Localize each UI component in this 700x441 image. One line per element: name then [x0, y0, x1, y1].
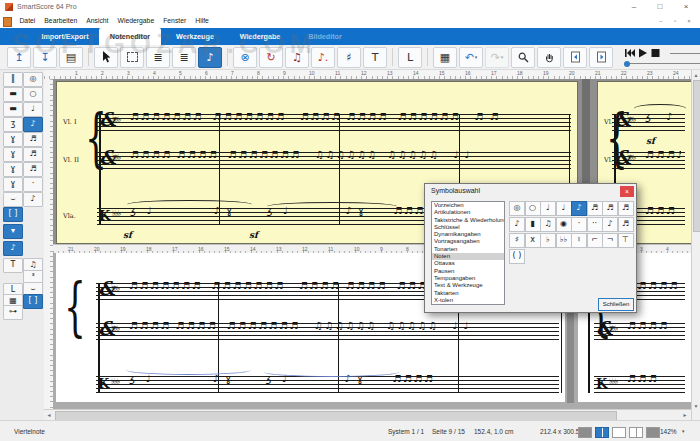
thirtysecond-note-tool[interactable]: ♬	[23, 162, 43, 177]
symbol-category-list[interactable]: VorzeichenArtikulationenTaktstriche & Wi…	[431, 201, 505, 305]
symbol-dot[interactable]: ·	[571, 217, 587, 232]
category-x-tolen[interactable]: X-tolen	[432, 297, 504, 304]
accidental-button[interactable]: ♯	[337, 47, 361, 68]
position-slider-track[interactable]	[626, 63, 700, 64]
symbol-sharp[interactable]: ♯	[509, 233, 525, 248]
whole-rest-tool[interactable]: ▬	[3, 87, 23, 102]
category-taktarten[interactable]: Taktarten	[432, 290, 504, 297]
link-tool[interactable]: ⊶	[3, 305, 23, 320]
symbol-natural[interactable]: ♮	[571, 233, 587, 248]
symbol-flat[interactable]: ♭	[540, 233, 556, 248]
category-schl-ssel[interactable]: Schlüssel	[432, 224, 504, 231]
child-minimize-button[interactable]: –	[655, 17, 667, 26]
barline-tool[interactable]: ‖	[3, 72, 23, 87]
category-artikulationen[interactable]: Artikulationen	[432, 209, 504, 216]
category-pausen[interactable]: Pausen	[432, 268, 504, 275]
playback-console-button[interactable]: ≣	[146, 47, 170, 68]
symbol-grace-pair[interactable]: ♫	[540, 217, 556, 232]
eighth-rest-tool[interactable]: ɣ	[3, 132, 23, 147]
tab-noteneditor[interactable]: Noteneditor	[99, 28, 161, 45]
dialog-close-icon[interactable]: ×	[620, 186, 634, 197]
select-arrow-tool[interactable]	[94, 47, 118, 68]
import-page-button[interactable]: ↧	[33, 47, 57, 68]
scroll-left-arrow[interactable]: ◄	[45, 411, 53, 420]
delete-note-tool[interactable]: ⊗	[233, 47, 257, 68]
staff-vl-i[interactable]: &♭♭♭ʒ ♪	[612, 114, 685, 131]
redo-button[interactable]: ↷▾	[485, 47, 509, 68]
symbol-double-sharp[interactable]: x	[525, 233, 541, 248]
staff-system[interactable]: &♭♭♭♬♬♬♬ ♬♬♬♬ ♬♬♬♬♬♬♬ ♫♫♫♫♫♫ ♫♫♫♫♫ ♩ ♩	[96, 323, 559, 340]
quarter-rest-tool[interactable]: ʒ	[3, 117, 23, 132]
next-page-button[interactable]	[589, 47, 613, 68]
dropdown-caret-icon[interactable]: ▾	[475, 54, 478, 60]
undo-button[interactable]: ↶▾	[459, 47, 483, 68]
quarter-note-tool[interactable]: ♪	[23, 117, 43, 132]
tab-werkzeuge[interactable]: Werkzeuge	[164, 28, 226, 45]
staff-system[interactable]: &♭♭♭♬♬♬♬	[594, 323, 685, 340]
note-insert-tool[interactable]: ♪	[3, 241, 23, 256]
tab-wiedergabe[interactable]: Wiedergabe	[229, 28, 291, 45]
menu-ansicht[interactable]: Ansicht	[86, 14, 108, 28]
tie-tool[interactable]: ⌣	[3, 192, 23, 207]
marquee-select-tool[interactable]	[120, 47, 144, 68]
symbol-parentheses[interactable]: ( )	[509, 249, 525, 264]
tempo-slider-track[interactable]	[670, 53, 700, 54]
symbol-quarter-note[interactable]: ♩	[556, 201, 572, 216]
staff-system[interactable]: K♭♭♭ʒ ♩ ♪ ɣ ʒ ♩ ♪ ɣ ♬♬♬♬	[96, 376, 559, 393]
symbol-beam[interactable]: ⊤	[618, 233, 634, 248]
symbol-grace-sixteenth[interactable]: ♬	[618, 217, 634, 232]
breve-note-tool[interactable]: ◎	[23, 72, 43, 87]
scroll-up-arrow[interactable]: ▲	[692, 71, 700, 80]
bracket-tool[interactable]: [ ]	[23, 294, 43, 309]
symbol-thirtysecond-note[interactable]: ♬	[602, 201, 618, 216]
maximize-button[interactable]: □	[650, 1, 670, 13]
dropdown-caret-icon[interactable]: ▾	[501, 54, 504, 60]
lyric-tool-button[interactable]: L	[398, 47, 422, 68]
text-tool-button[interactable]: T	[363, 47, 387, 68]
category-text-werkzeuge[interactable]: Text & Werkzeuge	[432, 282, 504, 289]
stop-button[interactable]	[651, 48, 663, 58]
eighth-note-tool[interactable]: ♬	[23, 132, 43, 147]
skip-back-button[interactable]	[624, 48, 636, 58]
symbol-whole-note[interactable]: ○	[525, 201, 541, 216]
menu-datei[interactable]: Datei	[19, 14, 35, 28]
child-restore-button[interactable]: ▫	[669, 17, 681, 26]
category-vorzeichen[interactable]: Vorzeichen	[432, 202, 504, 209]
dual-page-view[interactable]	[595, 427, 609, 438]
symbol-onetwentyeighth-note[interactable]: ♪	[509, 217, 525, 232]
child-close-button[interactable]: ×	[683, 17, 695, 26]
menu-wiedergabe[interactable]: Wiedergabe	[118, 14, 155, 28]
whole-note-tool[interactable]: ○	[23, 87, 43, 102]
long-view[interactable]	[646, 427, 660, 438]
symbol-double-flat[interactable]: ♭♭	[556, 233, 572, 248]
position-slider-thumb[interactable]	[624, 61, 630, 67]
tab-bildeditor[interactable]: Bildeditor	[294, 28, 356, 45]
symbol-sixtyfourth-note[interactable]: ♬	[618, 201, 634, 216]
category-taktstriche-wiederholungen[interactable]: Taktstriche & Wiederholungen	[432, 217, 504, 224]
zoom-level[interactable]: 142%	[660, 428, 677, 435]
symbol-stem-down[interactable]: ¬	[602, 233, 618, 248]
play-button[interactable]	[638, 48, 650, 58]
symbol-tremolo-note[interactable]: ◉	[556, 217, 572, 232]
category-vortragsangaben[interactable]: Vortragsangaben	[432, 238, 504, 245]
category-tonarten[interactable]: Tonarten	[432, 246, 504, 253]
category-noten[interactable]: Noten	[432, 253, 504, 260]
thirtysecond-rest-tool[interactable]: ɣ	[3, 162, 23, 177]
staff-vl-ii[interactable]: &♭♭♭♬♬♬♬♬♬	[612, 152, 685, 169]
instrument-settings-button[interactable]: ≣	[172, 47, 196, 68]
dotted-note-button[interactable]: ♪.	[311, 47, 335, 68]
category-tempoangaben[interactable]: Tempoangaben	[432, 275, 504, 282]
transpose-button[interactable]: ↻	[259, 47, 283, 68]
sixteenth-note-tool[interactable]: ♬	[23, 147, 43, 162]
vertical-scroll-thumb[interactable]	[693, 80, 700, 232]
score-structure-button[interactable]: ▦	[433, 47, 457, 68]
tuplet-bracket-tool[interactable]: [ ]	[3, 207, 23, 222]
dialog-close-button[interactable]: Schließen	[598, 298, 634, 311]
symbol-grace-eighth[interactable]: ♪	[602, 217, 618, 232]
prev-page-button[interactable]	[563, 47, 587, 68]
symbol-breve[interactable]: ◎	[509, 201, 525, 216]
pan-tool-button[interactable]	[537, 47, 561, 68]
symbol-half-note[interactable]: ♩	[540, 201, 556, 216]
voice-select-tool[interactable]: ▾	[3, 224, 23, 239]
staff-vl-ii[interactable]: &♭♭♭♬♬♬♬ ♬♬♬♬ ♬♬♬♬♬♬♬ ♫♫♫♫♫♫ ♫♫♫♫♫ ♩ ♩	[97, 152, 571, 169]
